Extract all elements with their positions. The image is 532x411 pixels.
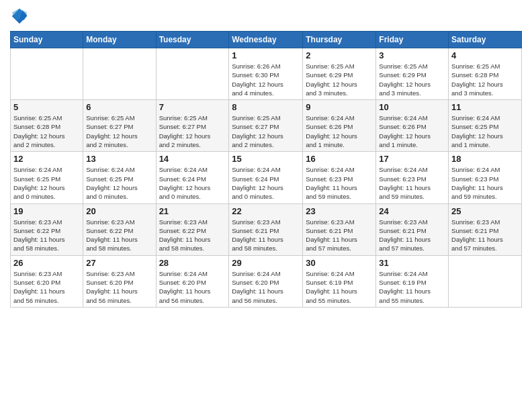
day-number: 9 [306,102,373,112]
day-number: 3 [379,50,445,60]
calendar-cell: 17Sunrise: 6:24 AM Sunset: 6:23 PM Dayli… [376,152,449,203]
day-number: 18 [451,154,519,164]
calendar-cell: 19Sunrise: 6:23 AM Sunset: 6:22 PM Dayli… [11,203,83,255]
logo [10,7,32,26]
day-info: Sunrise: 6:25 AM Sunset: 6:27 PM Dayligh… [159,113,226,149]
day-info: Sunrise: 6:23 AM Sunset: 6:21 PM Dayligh… [306,218,373,253]
day-info: Sunrise: 6:23 AM Sunset: 6:21 PM Dayligh… [451,218,519,253]
day-info: Sunrise: 6:24 AM Sunset: 6:23 PM Dayligh… [379,165,445,201]
calendar-cell [11,48,83,100]
day-info: Sunrise: 6:24 AM Sunset: 6:23 PM Dayligh… [306,165,373,201]
day-info: Sunrise: 6:24 AM Sunset: 6:25 PM Dayligh… [451,113,519,149]
calendar-cell: 28Sunrise: 6:24 AM Sunset: 6:20 PM Dayli… [156,255,229,307]
day-number: 14 [159,154,226,164]
calendar-cell: 20Sunrise: 6:23 AM Sunset: 6:22 PM Dayli… [83,203,156,255]
logo-icon [10,7,29,26]
day-number: 20 [86,206,152,216]
day-info: Sunrise: 6:23 AM Sunset: 6:20 PM Dayligh… [13,269,80,305]
day-number: 4 [451,50,519,60]
day-info: Sunrise: 6:24 AM Sunset: 6:24 PM Dayligh… [159,165,226,201]
day-number: 12 [13,154,80,164]
calendar-cell: 21Sunrise: 6:23 AM Sunset: 6:22 PM Dayli… [156,203,229,255]
calendar-cell [156,48,229,100]
day-info: Sunrise: 6:24 AM Sunset: 6:19 PM Dayligh… [379,269,445,305]
calendar-cell: 30Sunrise: 6:24 AM Sunset: 6:19 PM Dayli… [303,255,376,307]
weekday-header-saturday: Saturday [449,32,522,48]
calendar-cell: 9Sunrise: 6:24 AM Sunset: 6:26 PM Daylig… [303,100,376,152]
day-info: Sunrise: 6:24 AM Sunset: 6:25 PM Dayligh… [86,165,152,201]
day-info: Sunrise: 6:24 AM Sunset: 6:24 PM Dayligh… [232,165,300,201]
calendar-cell: 22Sunrise: 6:23 AM Sunset: 6:21 PM Dayli… [229,203,303,255]
day-info: Sunrise: 6:23 AM Sunset: 6:21 PM Dayligh… [232,218,300,253]
calendar-cell: 6Sunrise: 6:25 AM Sunset: 6:27 PM Daylig… [83,100,156,152]
calendar-cell: 11Sunrise: 6:24 AM Sunset: 6:25 PM Dayli… [449,100,522,152]
day-info: Sunrise: 6:25 AM Sunset: 6:28 PM Dayligh… [13,113,80,149]
calendar-cell: 14Sunrise: 6:24 AM Sunset: 6:24 PM Dayli… [156,152,229,203]
weekday-header-friday: Friday [376,32,449,48]
calendar: SundayMondayTuesdayWednesdayThursdayFrid… [10,31,522,308]
day-info: Sunrise: 6:25 AM Sunset: 6:29 PM Dayligh… [379,62,445,97]
calendar-cell: 31Sunrise: 6:24 AM Sunset: 6:19 PM Dayli… [376,255,449,307]
calendar-cell: 5Sunrise: 6:25 AM Sunset: 6:28 PM Daylig… [11,100,83,152]
day-number: 10 [379,102,445,112]
calendar-cell: 4Sunrise: 6:25 AM Sunset: 6:28 PM Daylig… [449,48,522,100]
day-number: 15 [232,154,300,164]
day-number: 31 [379,258,445,268]
day-number: 22 [232,206,300,216]
day-number: 27 [86,258,152,268]
day-info: Sunrise: 6:24 AM Sunset: 6:19 PM Dayligh… [306,269,373,305]
day-info: Sunrise: 6:25 AM Sunset: 6:27 PM Dayligh… [86,113,152,149]
day-info: Sunrise: 6:25 AM Sunset: 6:28 PM Dayligh… [451,62,519,97]
week-row-5: 26Sunrise: 6:23 AM Sunset: 6:20 PM Dayli… [11,255,522,307]
day-info: Sunrise: 6:25 AM Sunset: 6:27 PM Dayligh… [232,113,300,149]
day-info: Sunrise: 6:24 AM Sunset: 6:20 PM Dayligh… [159,269,226,305]
weekday-header-thursday: Thursday [303,32,376,48]
calendar-cell: 10Sunrise: 6:24 AM Sunset: 6:26 PM Dayli… [376,100,449,152]
header [10,7,522,26]
week-row-4: 19Sunrise: 6:23 AM Sunset: 6:22 PM Dayli… [11,203,522,255]
calendar-cell: 13Sunrise: 6:24 AM Sunset: 6:25 PM Dayli… [83,152,156,203]
day-info: Sunrise: 6:24 AM Sunset: 6:23 PM Dayligh… [451,165,519,201]
calendar-cell: 26Sunrise: 6:23 AM Sunset: 6:20 PM Dayli… [11,255,83,307]
calendar-cell: 3Sunrise: 6:25 AM Sunset: 6:29 PM Daylig… [376,48,449,100]
day-number: 13 [86,154,152,164]
day-info: Sunrise: 6:24 AM Sunset: 6:25 PM Dayligh… [13,165,80,201]
week-row-1: 1Sunrise: 6:26 AM Sunset: 6:30 PM Daylig… [11,48,522,100]
day-info: Sunrise: 6:23 AM Sunset: 6:22 PM Dayligh… [86,218,152,253]
calendar-cell: 16Sunrise: 6:24 AM Sunset: 6:23 PM Dayli… [303,152,376,203]
day-info: Sunrise: 6:24 AM Sunset: 6:26 PM Dayligh… [379,113,445,149]
day-info: Sunrise: 6:23 AM Sunset: 6:21 PM Dayligh… [379,218,445,253]
day-number: 16 [306,154,373,164]
day-number: 29 [232,258,300,268]
calendar-cell: 23Sunrise: 6:23 AM Sunset: 6:21 PM Dayli… [303,203,376,255]
day-number: 2 [306,50,373,60]
calendar-cell: 18Sunrise: 6:24 AM Sunset: 6:23 PM Dayli… [449,152,522,203]
page: SundayMondayTuesdayWednesdayThursdayFrid… [0,0,532,411]
day-info: Sunrise: 6:24 AM Sunset: 6:20 PM Dayligh… [232,269,300,305]
day-number: 30 [306,258,373,268]
day-info: Sunrise: 6:23 AM Sunset: 6:22 PM Dayligh… [13,218,80,253]
day-info: Sunrise: 6:25 AM Sunset: 6:29 PM Dayligh… [306,62,373,97]
day-info: Sunrise: 6:23 AM Sunset: 6:20 PM Dayligh… [86,269,152,305]
day-info: Sunrise: 6:24 AM Sunset: 6:26 PM Dayligh… [306,113,373,149]
calendar-cell: 24Sunrise: 6:23 AM Sunset: 6:21 PM Dayli… [376,203,449,255]
weekday-header-monday: Monday [83,32,156,48]
day-number: 11 [451,102,519,112]
calendar-cell: 25Sunrise: 6:23 AM Sunset: 6:21 PM Dayli… [449,203,522,255]
week-row-3: 12Sunrise: 6:24 AM Sunset: 6:25 PM Dayli… [11,152,522,203]
day-number: 6 [86,102,152,112]
calendar-cell: 27Sunrise: 6:23 AM Sunset: 6:20 PM Dayli… [83,255,156,307]
day-number: 19 [13,206,80,216]
weekday-header-row: SundayMondayTuesdayWednesdayThursdayFrid… [11,32,522,48]
day-number: 25 [451,206,519,216]
day-number: 23 [306,206,373,216]
calendar-cell: 12Sunrise: 6:24 AM Sunset: 6:25 PM Dayli… [11,152,83,203]
calendar-cell: 1Sunrise: 6:26 AM Sunset: 6:30 PM Daylig… [229,48,303,100]
calendar-cell: 2Sunrise: 6:25 AM Sunset: 6:29 PM Daylig… [303,48,376,100]
weekday-header-sunday: Sunday [11,32,83,48]
day-number: 21 [159,206,226,216]
day-number: 28 [159,258,226,268]
calendar-cell: 29Sunrise: 6:24 AM Sunset: 6:20 PM Dayli… [229,255,303,307]
day-number: 24 [379,206,445,216]
day-number: 17 [379,154,445,164]
